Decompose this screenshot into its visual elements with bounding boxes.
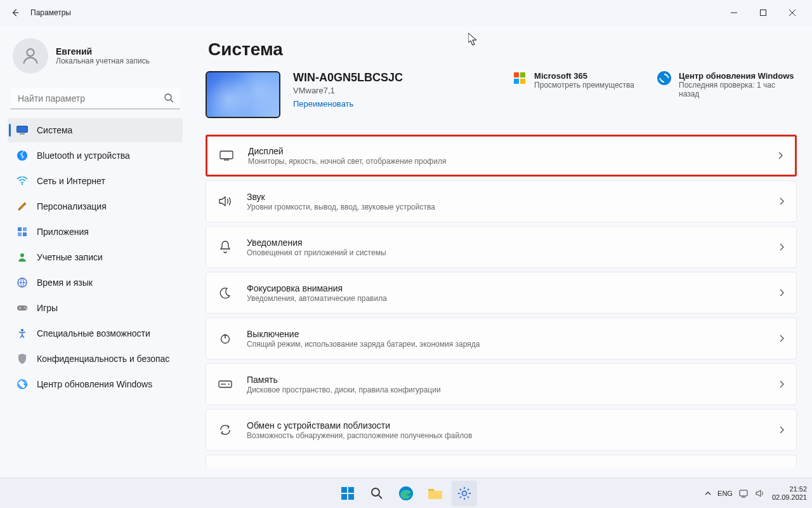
nav-item-gaming[interactable]: Игры [8, 296, 183, 320]
minimize-button[interactable] [719, 3, 749, 23]
svg-rect-13 [17, 305, 27, 311]
taskbar-search-button[interactable] [364, 481, 390, 506]
shield-icon [16, 353, 28, 364]
tile-microsoft-365[interactable]: Microsoft 365 Просмотреть преимущества [513, 71, 634, 90]
accessibility-icon [16, 328, 28, 339]
chevron-right-icon [780, 426, 785, 434]
share-icon [218, 424, 233, 436]
nav-label: Персонализация [37, 201, 107, 211]
chevron-right-icon [780, 335, 785, 342]
back-button[interactable] [5, 3, 25, 23]
tray-network-icon[interactable] [739, 489, 749, 498]
chevron-right-icon [780, 380, 785, 388]
nav-label: Центр обновления Windows [37, 379, 152, 389]
row-sub: Уровни громкости, вывод, ввод, звуковые … [247, 203, 766, 211]
search-icon [370, 487, 383, 500]
nav-item-accounts[interactable]: Учетные записи [8, 245, 183, 269]
svg-rect-18 [514, 72, 519, 77]
tile-windows-update[interactable]: Центр обновления Windows Последняя прове… [657, 71, 797, 98]
rename-link[interactable]: Переименовать [293, 99, 353, 109]
row-title: Память [247, 375, 766, 385]
nav-item-privacy[interactable]: Конфиденциальность и безопас [8, 347, 183, 371]
nav-item-system[interactable]: Система [8, 118, 183, 142]
row-title: Обмен с устройствами поблизости [247, 420, 766, 431]
user-subtitle: Локальная учетная запись [56, 57, 150, 65]
brush-icon [16, 201, 28, 212]
titlebar: Параметры [0, 0, 812, 25]
row-title: Дисплей [248, 146, 764, 156]
svg-rect-8 [23, 227, 27, 231]
tile-sub: Просмотреть преимущества [534, 81, 634, 90]
taskbar-settings[interactable] [452, 481, 477, 506]
svg-point-33 [462, 491, 467, 495]
nav-item-time-language[interactable]: Время и язык [8, 271, 183, 295]
tile-sub: Последняя проверка: 1 час назад [679, 81, 797, 98]
svg-rect-34 [740, 490, 747, 496]
tray-language[interactable]: ENG [717, 490, 733, 497]
svg-rect-21 [520, 79, 525, 84]
chevron-right-icon [780, 289, 785, 297]
tile-title: Microsoft 365 [534, 71, 634, 81]
svg-rect-3 [17, 126, 28, 133]
taskbar-explorer[interactable] [422, 481, 448, 506]
edge-icon [398, 486, 414, 501]
settings-list: ДисплейМониторы, яркость, ночной свет, о… [206, 135, 797, 467]
nav-label: Игры [37, 303, 58, 313]
svg-rect-20 [514, 79, 519, 84]
tray-date: 02.09.2021 [772, 493, 807, 502]
user-name: Евгений [56, 46, 150, 57]
search-input[interactable] [10, 88, 180, 109]
person-icon [16, 251, 28, 263]
device-thumbnail [206, 71, 280, 118]
window-title: Параметры [30, 8, 71, 17]
tray-volume-icon[interactable] [756, 489, 766, 498]
nav-item-personalization[interactable]: Персонализация [8, 194, 183, 218]
nav-item-accessibility[interactable]: Специальные возможности [8, 321, 183, 345]
nav-label: Конфиденциальность и безопас [37, 354, 169, 364]
nav-item-bluetooth[interactable]: Bluetooth и устройства [8, 144, 183, 168]
tray-chevron-up-icon[interactable] [705, 491, 711, 496]
tray-time: 21:52 [772, 485, 807, 493]
chevron-right-icon [780, 243, 785, 251]
svg-point-1 [27, 49, 34, 56]
nav-item-apps[interactable]: Приложения [8, 220, 183, 244]
power-icon [218, 333, 233, 344]
nav-label: Специальные возможности [37, 328, 150, 338]
user-account[interactable]: Евгений Локальная учетная запись [8, 36, 183, 84]
taskbar-edge[interactable] [393, 481, 419, 506]
row-power[interactable]: ВыключениеСпящий режим, использование за… [206, 318, 797, 359]
arrow-left-icon [11, 8, 20, 17]
nav-label: Сеть и Интернет [37, 176, 105, 186]
start-button[interactable] [335, 481, 360, 506]
nav-label: Время и язык [37, 277, 93, 288]
row-sub: Дисковое пространство, диски, правила ко… [247, 385, 766, 394]
svg-point-15 [25, 308, 27, 309]
svg-point-2 [165, 94, 171, 100]
row-partial[interactable] [206, 455, 797, 467]
row-nearby-share[interactable]: Обмен с устройствами поблизостиВозможнос… [206, 409, 797, 451]
row-notifications[interactable]: УведомленияОповещения от приложений и си… [206, 226, 797, 268]
maximize-button[interactable] [749, 3, 778, 23]
svg-rect-10 [23, 232, 27, 236]
row-sound[interactable]: ЗвукУровни громкости, вывод, ввод, звуко… [206, 180, 797, 222]
row-sub: Спящий режим, использование заряда батар… [247, 340, 766, 349]
tray-clock[interactable]: 21:52 02.09.2021 [772, 485, 807, 501]
row-focus-assist[interactable]: Фокусировка вниманияУведомления, автомат… [206, 272, 797, 314]
device-name: WIN-A0GN5LBCSJC [293, 71, 403, 84]
avatar [13, 38, 48, 74]
row-display[interactable]: ДисплейМониторы, яркость, ночной свет, о… [206, 135, 797, 177]
device-model: VMware7,1 [293, 86, 403, 95]
row-storage[interactable]: ПамятьДисковое пространство, диски, прав… [206, 363, 797, 405]
svg-point-22 [657, 71, 671, 85]
close-button[interactable] [778, 3, 807, 23]
nav-list: Система Bluetooth и устройства Сеть и Ин… [8, 118, 183, 396]
nav-item-windows-update[interactable]: Центр обновления Windows [8, 372, 183, 396]
svg-rect-23 [220, 151, 233, 159]
folder-icon [428, 487, 443, 500]
svg-rect-9 [18, 232, 22, 236]
row-sub: Возможность обнаружения, расположение по… [247, 431, 766, 440]
nav-item-network[interactable]: Сеть и Интернет [8, 169, 183, 193]
moon-icon [218, 287, 233, 298]
gear-icon [457, 486, 471, 500]
sound-icon [218, 196, 233, 207]
